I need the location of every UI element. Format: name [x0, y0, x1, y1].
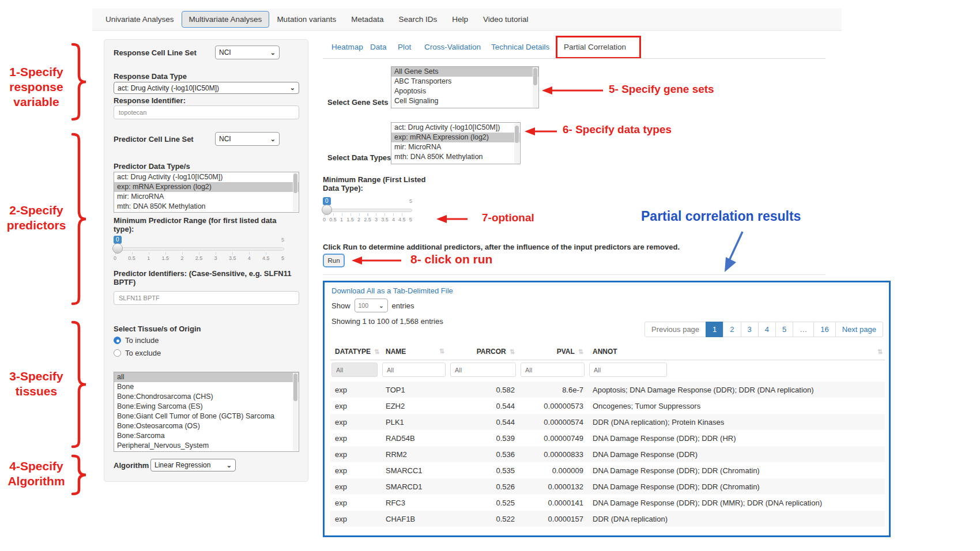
- predictor-identifiers-input[interactable]: [114, 291, 299, 305]
- slider-track[interactable]: [114, 247, 284, 251]
- slider-tick-label: 2.5: [195, 255, 203, 261]
- nav-tab-help[interactable]: Help: [444, 10, 476, 28]
- list-item[interactable]: mir: MicroRNA: [114, 192, 299, 202]
- scrollbar[interactable]: [533, 67, 538, 107]
- pagination-page-3[interactable]: 3: [741, 322, 759, 337]
- pagination-page-1[interactable]: 1: [706, 322, 723, 337]
- slider-handle[interactable]: [112, 243, 123, 254]
- response-cell-line-set-select[interactable]: NCI ⌄: [215, 46, 280, 59]
- nav-tab-metadata[interactable]: Metadata: [344, 10, 391, 28]
- list-item-selected[interactable]: exp: mRNA Expression (log2): [114, 182, 299, 192]
- list-item[interactable]: mir: MicroRNA: [391, 142, 520, 152]
- tissues-label: Select Tissue/s of Origin: [114, 324, 201, 333]
- list-item[interactable]: Cell Signaling: [391, 96, 538, 106]
- scrollbar[interactable]: [293, 173, 298, 212]
- cell-parcor: 0.522: [449, 511, 519, 527]
- cell-name: SMARCC1: [381, 462, 449, 478]
- page-size-select[interactable]: 100 ⌄: [355, 299, 388, 312]
- list-item[interactable]: ABC Transporters: [391, 77, 538, 86]
- pagination-page-5[interactable]: 5: [775, 322, 793, 337]
- cell-annot: Oncogenes; Tumor Suppressors: [588, 398, 885, 414]
- slider-value-badge: 0: [323, 197, 331, 205]
- list-item-selected[interactable]: exp: mRNA Expression (log2): [391, 133, 520, 142]
- filter-datatype-input[interactable]: [331, 363, 378, 377]
- list-item[interactable]: Peripheral_Nervous_System: [114, 441, 299, 451]
- radio-unselected-icon: [114, 349, 121, 357]
- sort-icon[interactable]: ⇅: [578, 348, 583, 355]
- sort-icon[interactable]: ⇅: [374, 348, 379, 355]
- tab-data[interactable]: Data: [370, 43, 387, 51]
- scrollbar[interactable]: [514, 123, 519, 163]
- cell-annot: DDR (DNA replication); Protein Kinases: [588, 414, 885, 430]
- slider-tick-label: 3: [375, 217, 378, 222]
- column-header-parcor[interactable]: PARCOR⇅: [449, 344, 519, 360]
- cell-name: EZH2: [381, 398, 449, 414]
- list-item[interactable]: act: Drug Activity (-log10[IC50M]): [391, 123, 520, 133]
- filter-name-input[interactable]: [382, 363, 446, 377]
- column-header-datatype[interactable]: DATATYPE⇅: [330, 344, 381, 360]
- nav-tab-search-ids[interactable]: Search IDs: [391, 10, 444, 28]
- pagination-page-16[interactable]: 16: [813, 322, 835, 337]
- scrollbar[interactable]: [293, 373, 298, 451]
- slider-tick-label: 3.5: [381, 217, 389, 222]
- slider-tick-label: 3.5: [229, 255, 236, 261]
- algorithm-select[interactable]: Linear Regression ⌄: [150, 459, 236, 471]
- sort-icon[interactable]: ⇅: [439, 348, 444, 355]
- column-header-name[interactable]: NAME⇅: [381, 344, 449, 360]
- tissues-include-label: To include: [125, 336, 159, 345]
- run-button[interactable]: Run: [323, 254, 345, 267]
- nav-tab-multivariate-analyses[interactable]: Multivariate Analyses: [182, 11, 270, 28]
- cell-datatype: exp: [330, 511, 381, 527]
- tissues-exclude-radio[interactable]: To exclude: [114, 349, 161, 357]
- filter-parcor-input[interactable]: [450, 363, 516, 377]
- list-item[interactable]: Bone: [114, 382, 299, 392]
- predictor-cell-line-set-select[interactable]: NCI ⌄: [215, 132, 280, 146]
- slider-tick-label: 0: [114, 255, 116, 261]
- filter-annot-input[interactable]: [589, 363, 667, 377]
- list-item[interactable]: Bone:Ewing Sarcoma (ES): [114, 402, 299, 412]
- pagination-next[interactable]: Next page: [835, 322, 883, 337]
- response-identifier-input[interactable]: [114, 105, 299, 119]
- nav-tab-video-tutorial[interactable]: Video tutorial: [476, 10, 536, 28]
- list-item-selected[interactable]: all: [114, 372, 299, 382]
- list-item[interactable]: mth: DNA 850K Methylation: [391, 152, 520, 162]
- cell-datatype: exp: [330, 398, 381, 414]
- list-item-selected[interactable]: All Gene Sets: [391, 67, 538, 77]
- list-item[interactable]: Bone:Chondrosarcoma (CHS): [114, 392, 299, 402]
- slider-track[interactable]: [323, 209, 412, 212]
- list-item[interactable]: Bone:Sarcoma: [114, 431, 299, 441]
- tab-heatmap[interactable]: Heatmap: [331, 43, 363, 51]
- slider-handle[interactable]: [322, 205, 332, 215]
- left-arrow-icon: [350, 256, 402, 265]
- section-divider: [323, 274, 826, 275]
- sort-icon[interactable]: ⇅: [510, 348, 515, 355]
- pagination-previous[interactable]: Previous page: [644, 322, 706, 337]
- tissues-include-radio[interactable]: To include: [114, 336, 159, 345]
- min-range-slider: 0 5 00.511.522.533.544.55: [323, 197, 412, 225]
- sidebar-panel: Response Cell Line Set NCI ⌄ Response Da…: [104, 39, 308, 482]
- pagination-page-4[interactable]: 4: [758, 322, 776, 337]
- cell-parcor: 0.582: [449, 382, 519, 398]
- response-data-type-select[interactable]: act: Drug Activity (-log10[IC50M]) ⌄: [114, 82, 299, 94]
- column-header-annot[interactable]: ANNOT⇅: [588, 344, 885, 360]
- tab-technical-details[interactable]: Technical Details: [491, 43, 549, 51]
- slider-tick-label: 0: [323, 217, 326, 222]
- list-item[interactable]: Bone:Giant Cell Tumor of Bone (GCTB) Sar…: [114, 412, 299, 421]
- column-header-pval[interactable]: PVAL⇅: [519, 344, 588, 360]
- list-item[interactable]: Bone:Osteosarcoma (OS): [114, 421, 299, 431]
- slider-tick-label: 4.5: [262, 255, 270, 261]
- download-link[interactable]: Download All as a Tab-Delimited File: [331, 286, 453, 295]
- tab-cross-validation[interactable]: Cross-Validation: [424, 43, 481, 51]
- list-item[interactable]: Apoptosis: [391, 86, 538, 96]
- nav-tab-univariate-analyses[interactable]: Univariate Analyses: [98, 10, 182, 28]
- pagination-page-2[interactable]: 2: [723, 322, 741, 337]
- predictor-data-types-label: Predictor Data Type/s: [114, 162, 190, 171]
- tab-plot[interactable]: Plot: [398, 43, 411, 51]
- tissues-exclude-label: To exclude: [125, 349, 161, 357]
- list-item[interactable]: mth: DNA 850K Methylation: [114, 202, 299, 212]
- sort-icon[interactable]: ⇅: [877, 348, 883, 356]
- list-item[interactable]: act: Drug Activity (-log10[IC50M]): [114, 172, 299, 182]
- nav-tab-mutation-variants[interactable]: Mutation variants: [269, 10, 344, 28]
- slider-tick-label: 2: [180, 255, 183, 261]
- filter-pval-input[interactable]: [521, 363, 585, 377]
